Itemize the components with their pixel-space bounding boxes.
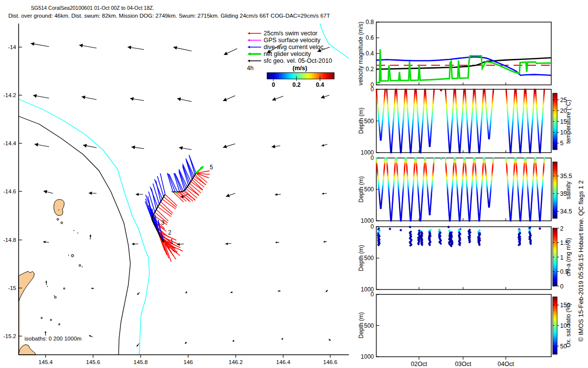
dive-number-label: 2 [168, 229, 172, 236]
salinity-panel-sample [459, 220, 461, 222]
map-y-tick-label: -14 [8, 44, 16, 50]
rock-speck [82, 266, 83, 267]
map-y-tick-label: -14.2 [3, 92, 16, 98]
salinity-panel-colorbar-tick-label: 35.5 [560, 173, 572, 180]
legend-colorbar-tick-label: 0 [272, 81, 275, 88]
temperature-panel-sample [400, 152, 402, 154]
figure-svg: SG514 CoralSea20100601 01-Oct 00Z to 04-… [0, 0, 588, 368]
temperature-panel-sample [520, 152, 521, 154]
salinity-panel-colorbar [553, 162, 557, 218]
land-islet [50, 319, 52, 321]
salinity-panel-sample [469, 220, 470, 222]
land-islet [64, 288, 65, 289]
oxygen-panel-ytick-label: 0 [370, 291, 374, 298]
map-x-tick-label: 146.2 [229, 359, 243, 365]
map-x-tick-label: 145.6 [86, 359, 100, 365]
chl-panel-colorbar-tick-label: 2 [560, 225, 564, 232]
temperature-panel-ytick-label: 0 [370, 86, 374, 93]
legend-colorbar-title: (m/s) [293, 65, 307, 72]
legend-colorbar-tick-label: 0.2 [293, 81, 301, 88]
temperature-panel-sample [459, 152, 461, 154]
legend-colorbar [267, 73, 334, 79]
date-xtick-label: 02Oct [411, 361, 427, 368]
salinity-panel-sample [520, 220, 521, 222]
chl-panel-ytick-label: 500 [364, 255, 374, 262]
chl-panel-colorbar-tick-label: 1 [560, 254, 564, 261]
dive-number-label: 5 [210, 164, 213, 171]
rock-speck [74, 230, 74, 231]
salinity-panel-sample [449, 220, 451, 222]
net-velocity-mark [175, 191, 177, 193]
temperature-colorbar-label: temperature (°C) [565, 100, 572, 144]
attribution-vertical-text: © IMOS 15-Feb-2019 05:56:15 Hobart time.… [577, 181, 585, 342]
salinity-panel-sample [410, 220, 412, 222]
land-island [54, 199, 64, 215]
land-islet [57, 218, 59, 220]
oxygen-panel-ytick-label: 500 [364, 322, 374, 329]
dive-number-label: 3 [161, 219, 165, 226]
land-islet [79, 264, 81, 266]
oxygen-ylabel: Depth (m) [358, 312, 365, 338]
rock-speck [54, 295, 55, 296]
salinity-ylabel: Depth (m) [358, 176, 365, 202]
salinity-panel-sample [489, 207, 490, 208]
seaglider-figure: { "title": { "line1": "SG514 CoralSea201… [0, 0, 588, 368]
figure-title: SG514 CoralSea20100601 01-Oct 00Z to 04-… [31, 5, 154, 11]
chl-panel-ytick-label: 0 [370, 223, 374, 230]
date-xtick-label: 04Oct [498, 361, 514, 368]
salinity-panel-sample [510, 220, 512, 222]
temperature-panel-sample [539, 152, 541, 154]
velocity-ytick-label: 0.4 [366, 50, 374, 57]
legend-item-label: 25cm/s swim vector [264, 30, 318, 37]
legend-duration-label: 4h [247, 65, 253, 72]
oxygen-colorbar-label: Ox. sat. ratio (%) [565, 303, 572, 347]
temperature-panel-sample [410, 152, 412, 154]
legend-item-label: sfc geo. vel. 05-Oct-2010 [264, 57, 332, 64]
legend-item-label: dive-avg current veloc. [264, 44, 325, 51]
map-y-tick-label: -14.6 [3, 188, 16, 194]
temperature-panel-sample [510, 152, 512, 154]
temperature-ylabel: Depth (m) [358, 107, 365, 133]
dive-number-label: 1 [170, 238, 173, 245]
map-x-tick-label: 146 [183, 359, 193, 365]
salinity-panel-sample [539, 220, 541, 222]
velocity-ylabel: velocity magnitude (m/s) [357, 22, 364, 85]
temperature-panel-ytick-label: 500 [364, 118, 374, 125]
land-islet [41, 317, 43, 319]
rock-speck [47, 286, 48, 287]
temperature-panel-sample [420, 152, 421, 154]
salinity-panel-sample [420, 220, 421, 222]
map-y-tick-label: -15.2 [3, 333, 16, 339]
land-islet [72, 255, 74, 257]
map-x-tick-label: 145.8 [134, 359, 148, 365]
temperature-panel-sample [469, 152, 470, 154]
date-xtick-label: 03Oct [455, 361, 471, 368]
land-islet [61, 222, 63, 224]
figure-subtitle: Dist. over ground: 46km. Dist. swum: 82k… [8, 13, 330, 19]
salinity-panel-sample [380, 208, 382, 209]
rock-speck [77, 233, 78, 234]
temperature-panel-colorbar-tick-label: 5 [560, 140, 564, 147]
salinity-panel-sample [400, 220, 402, 222]
map-y-tick-label: -15 [8, 285, 16, 291]
temperature-panel-sample [429, 146, 431, 147]
temperature-panel-sample [449, 152, 451, 154]
map-x-tick-label: 145.4 [39, 359, 53, 365]
temperature-panel-sample [489, 138, 490, 139]
legend-item-label: GPS surface velocity [264, 37, 321, 44]
map-y-tick-label: -14.8 [3, 237, 16, 243]
temperature-panel-sample [391, 152, 392, 154]
salinity-panel-sample [391, 220, 392, 222]
salinity-panel-sample [479, 220, 480, 222]
legend-item-label: net glider velocity [264, 51, 311, 57]
chl-ylabel: Depth (m) [358, 245, 365, 271]
velocity-ytick-label: 0.2 [366, 66, 374, 73]
rock-speck [68, 255, 69, 256]
chl-panel-colorbar-tick-label: 0 [560, 283, 564, 290]
land-islet [54, 296, 56, 298]
temperature-panel-sample [380, 139, 382, 141]
velocity-ytick-label: 0.8 [366, 19, 374, 26]
land-islet [59, 324, 60, 325]
legend-colorbar-tick-label: 0.4 [316, 81, 324, 88]
oxygen-panel-ytick-label: 1000 [361, 353, 374, 360]
